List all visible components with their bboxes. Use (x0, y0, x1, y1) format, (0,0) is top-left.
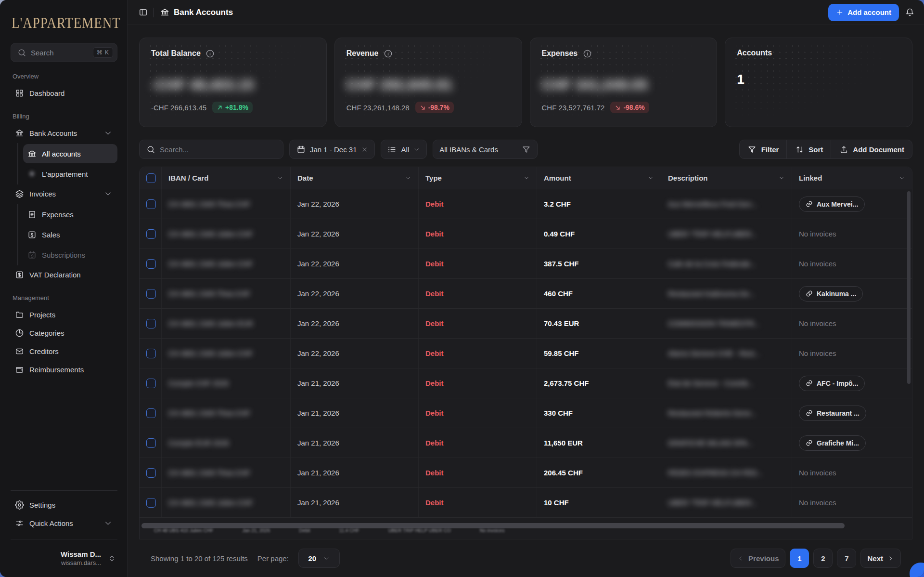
no-invoices-label: No invoices (799, 498, 836, 507)
column-header-date[interactable]: Date (291, 167, 419, 189)
search-shortcut-badge: ⌘ K (93, 47, 113, 58)
search-icon (146, 144, 155, 154)
close-icon[interactable] (361, 146, 368, 153)
page-button-7[interactable]: 7 (837, 549, 856, 568)
sidebar-item-quick-actions[interactable]: Quick Actions (11, 514, 117, 532)
row-checkbox[interactable] (146, 408, 156, 418)
amount-cell: 460 CHF (537, 279, 661, 308)
row-checkbox[interactable] (146, 289, 156, 299)
column-header-iban[interactable]: IBAN / Card (162, 167, 291, 189)
column-header-linked[interactable]: Linked (792, 167, 912, 189)
iban-cell: CH 4801 2345 Julien CHF (162, 219, 291, 249)
sidebar-item-expenses[interactable]: Expenses (23, 205, 117, 224)
row-checkbox[interactable] (146, 498, 156, 508)
sidebar-search-input[interactable]: Search ⌘ K (11, 43, 117, 62)
table-row[interactable]: CH 4801 2345 Thea CHF Jan 22, 2026 Debit… (140, 279, 912, 309)
next-page-button[interactable]: Next (860, 549, 901, 568)
table-row[interactable]: CH 4801 2345 Julien CHF Jan 22, 2026 Deb… (140, 339, 912, 368)
sidebar-item-lappartement[interactable]: ✱ L'appartement (23, 164, 117, 184)
type-filter-dropdown[interactable]: All (381, 140, 427, 159)
row-checkbox[interactable] (146, 319, 156, 328)
sidebar-item-dashboard[interactable]: Dashboard (11, 84, 117, 102)
amount-cell: 2,673.75 CHF (537, 368, 661, 398)
row-checkbox-cell (140, 249, 162, 278)
sidebar-item-bank-accounts[interactable]: Bank Accounts (11, 124, 117, 142)
add-document-button[interactable]: Add Document (831, 140, 912, 158)
sidebar: L'APPARTEMENT Search ⌘ K Overview Dashbo… (0, 0, 128, 577)
sidebar-item-categories[interactable]: Categories (11, 324, 117, 342)
date-cell: Jan 21, 2026 (291, 428, 419, 458)
add-account-button[interactable]: Add account (828, 4, 899, 21)
iban-filter-dropdown[interactable]: All IBANs & Cards (433, 140, 538, 159)
linked-invoice-chip[interactable]: Aux Mervei... (799, 197, 865, 212)
linked-invoice-chip[interactable]: Kakinuma ... (799, 286, 863, 302)
row-checkbox[interactable] (146, 199, 156, 209)
sidebar-item-projects[interactable]: Projects (11, 305, 117, 324)
linked-invoice-chip[interactable]: AFC - Impô... (799, 376, 865, 391)
description-blurred-text: Restaurant Kakinuma Ge... (668, 289, 755, 298)
table-search-input[interactable]: Search... (139, 140, 283, 159)
linked-invoice-chip[interactable]: Grafiche Mi... (799, 435, 866, 451)
sidebar-item-creditors[interactable]: Creditors (11, 342, 117, 360)
sidebar-toggle-icon[interactable] (138, 8, 148, 17)
row-checkbox[interactable] (146, 259, 156, 269)
table-row[interactable]: CH 4801 2345 Thea CHF Jan 22, 2026 Debit… (140, 189, 912, 219)
table-row[interactable]: CH 4801 2345 Thea CHF Jan 21, 2026 Debit… (140, 458, 912, 488)
column-header-amount[interactable]: Amount (537, 167, 661, 189)
sidebar-item-reimbursements[interactable]: Reimbursements (11, 360, 117, 379)
row-checkbox[interactable] (146, 438, 156, 448)
info-icon[interactable] (582, 49, 592, 58)
row-checkbox[interactable] (146, 229, 156, 239)
table-row[interactable]: CH 4801 2345 Julien CHF Jan 21, 2026 Deb… (140, 488, 912, 518)
row-checkbox[interactable] (146, 468, 156, 478)
sidebar-item-sales[interactable]: Sales (23, 225, 117, 244)
sidebar-item-subscriptions[interactable]: Subscriptions (23, 245, 117, 264)
description-cell: Restaurant Kakinuma Ge... (661, 279, 792, 308)
sidebar-item-all-accounts[interactable]: All accounts (23, 144, 117, 163)
horizontal-scrollbar[interactable] (141, 523, 845, 528)
info-icon[interactable] (383, 49, 393, 58)
table-row[interactable]: Compte CHF 2026 Jan 21, 2026 Debit 2,673… (140, 368, 912, 398)
per-page-select[interactable]: 20 (298, 549, 340, 568)
bell-icon[interactable] (905, 8, 914, 17)
iban-cell: CH 4801 2345 Thea CHF (162, 398, 291, 428)
sidebar-item-invoices[interactable]: Invoices (11, 184, 117, 203)
top-bar: Bank Accounts Add account (128, 0, 924, 25)
no-invoices-label: No invoices (799, 349, 836, 357)
page-button-2[interactable]: 2 (813, 549, 833, 568)
header-checkbox-cell (140, 167, 162, 189)
type-badge: Debit (425, 349, 444, 357)
type-badge: Debit (425, 200, 444, 208)
table-row[interactable]: CH 4801 2345 Julien EUR Jan 22, 2026 Deb… (140, 309, 912, 339)
topbar-divider (154, 8, 154, 17)
row-checkbox[interactable] (146, 379, 156, 388)
date-cell: Jan 21, 2026 (291, 488, 419, 517)
column-header-description[interactable]: Description (661, 167, 792, 189)
page-button-1[interactable]: 1 (790, 549, 809, 568)
filter-button[interactable]: Filter (740, 140, 787, 158)
iban-cell: CH 4801 2345 Thea CHF (162, 189, 291, 219)
table-row[interactable]: Compte EUR 2026 Jan 21, 2026 Debit 11,65… (140, 428, 912, 458)
linked-invoice-chip[interactable]: Restaurant ... (799, 406, 866, 421)
sidebar-item-vat-declaration[interactable]: VAT Declaration (11, 265, 117, 284)
content: Total Balance -CHF 48,403.15 -CHF 266,61… (128, 25, 924, 577)
vertical-scrollbar[interactable] (907, 191, 911, 384)
main-area: Bank Accounts Add account Total Balance (128, 0, 924, 577)
info-icon[interactable] (205, 49, 215, 58)
sidebar-item-settings[interactable]: Settings (11, 496, 117, 514)
previous-page-button[interactable]: Previous (731, 549, 785, 568)
plus-icon (836, 9, 844, 16)
sort-button[interactable]: Sort (786, 140, 831, 158)
type-badge: Debit (425, 230, 444, 238)
date-range-filter[interactable]: Jan 1 - Dec 31 (289, 140, 375, 159)
row-checkbox[interactable] (146, 349, 156, 358)
app-window: L'APPARTEMENT Search ⌘ K Overview Dashbo… (0, 0, 924, 577)
user-menu[interactable]: Wissam D... wissam.dars... (11, 544, 117, 568)
table-row[interactable]: CH 4801 2345 Julien CHF Jan 22, 2026 Deb… (140, 219, 912, 249)
description-cell: Etat de Geneve - Contrib... (661, 368, 792, 398)
table-row[interactable]: CH 4801 2345 Thea CHF Jan 21, 2026 Debit… (140, 398, 912, 428)
row-checkbox-cell (140, 189, 162, 219)
select-all-checkbox[interactable] (146, 173, 156, 183)
table-row[interactable]: CH 4801 2345 Julien CHF Jan 22, 2026 Deb… (140, 249, 912, 279)
column-header-type[interactable]: Type (419, 167, 537, 189)
